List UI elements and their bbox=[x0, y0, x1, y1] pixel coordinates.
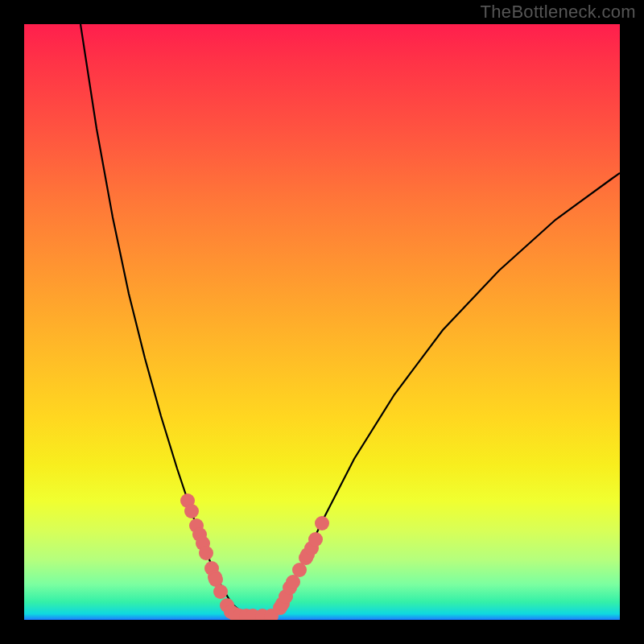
marker-point bbox=[264, 609, 279, 620]
bottleneck-curve bbox=[80, 24, 620, 616]
marker-point bbox=[204, 561, 219, 576]
marker-point bbox=[315, 516, 329, 530]
marker-point bbox=[292, 563, 307, 577]
marker-point bbox=[239, 609, 254, 620]
plot-area bbox=[24, 24, 620, 620]
marker-point bbox=[300, 547, 315, 562]
marker-point bbox=[279, 589, 293, 604]
marker-point bbox=[286, 575, 300, 589]
chart-stage: TheBottleneck.com bbox=[0, 0, 644, 644]
marker-point bbox=[255, 609, 270, 620]
curve-svg bbox=[24, 24, 620, 620]
marker-point bbox=[246, 609, 260, 620]
marker-point bbox=[196, 536, 210, 551]
marker-point bbox=[273, 601, 287, 615]
marker-point bbox=[180, 493, 195, 508]
marker-point bbox=[189, 518, 204, 533]
marker-point bbox=[304, 541, 319, 555]
marker-point bbox=[184, 504, 199, 518]
marker-point bbox=[308, 532, 323, 547]
marker-point bbox=[299, 551, 313, 565]
marker-point bbox=[283, 580, 297, 595]
marker-point bbox=[220, 598, 234, 613]
marker-point bbox=[208, 572, 223, 587]
marker-point bbox=[224, 605, 238, 619]
watermark-text: TheBottleneck.com bbox=[481, 2, 636, 23]
marker-point bbox=[199, 546, 213, 560]
marker-point bbox=[233, 609, 247, 620]
marker-point bbox=[213, 584, 228, 599]
marker-point bbox=[208, 570, 222, 584]
marker-point bbox=[192, 527, 207, 542]
marker-point bbox=[275, 597, 290, 611]
marker-group bbox=[180, 493, 329, 620]
marker-point bbox=[228, 607, 242, 620]
